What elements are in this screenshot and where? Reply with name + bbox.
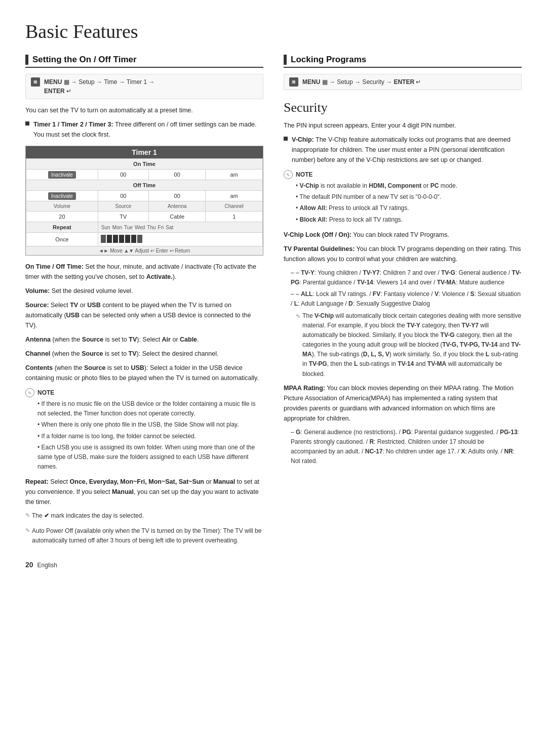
repeat-val: Once (26, 233, 98, 246)
repeat-label: Repeat (26, 222, 98, 233)
note-bullet-1: If there is no music file on the USB dev… (37, 399, 263, 418)
note-bullet-r1: V-Chip is not available in HDMI, Compone… (296, 181, 522, 191)
note-icon-left: ✎ (25, 388, 34, 397)
page-language: English (37, 562, 57, 569)
days-row: SunMonTueWedThuFriSat (98, 222, 262, 233)
menu-icon-right: ▦ (289, 77, 298, 87)
right-column: Locking Programs ▦ MENU ▦ → Setup → Secu… (284, 55, 522, 545)
volume-label: Volume (26, 201, 98, 212)
intro-text: You can set the TV to turn on automatica… (25, 105, 263, 115)
on-time-h: 00 (98, 170, 148, 180)
timer-footer: ◄► Move ▲▼ Adjust ↵ Enter ↩ Return (26, 246, 263, 255)
left-section-title: Setting the On / Off Timer (32, 55, 137, 65)
left-column: Setting the On / Off Timer ▦ MENU ▦ → Se… (25, 55, 263, 545)
timer-table: On Time Inactivate 00 00 am Off Time Ina… (26, 158, 263, 246)
auto-power-note: ✎ Auto Power Off (available only when th… (25, 526, 263, 545)
inactivate-on: Inactivate (26, 170, 98, 180)
tv-ratings-2: – ALL: Lock all TV ratings. / FV: Fantas… (291, 289, 522, 309)
off-time-label: Off Time (26, 180, 263, 191)
volume-desc: Volume: Set the desired volume level. (25, 286, 263, 296)
check-mark-note: ✎ The ✔ mark indicates the day is select… (25, 511, 263, 521)
right-section-header: Locking Programs (284, 55, 522, 68)
note-header-right: ✎ NOTE (284, 170, 522, 179)
source-label: Source (98, 201, 148, 212)
note-label-right: NOTE (296, 171, 312, 178)
right-menu-path: ▦ MENU ▦ → Setup → Security → ENTER ↵ (284, 74, 522, 90)
main-title: Basic Features (25, 20, 522, 43)
timer-ui-box: Timer 1 On Time Inactivate 00 00 am Off … (25, 146, 263, 256)
note-bullet-r3: Allow All: Press to unlock all TV rating… (296, 203, 522, 213)
repeat-desc: Repeat: Select Once, Everyday, Mon~Fri, … (25, 477, 263, 507)
note-bullet-r4: Block All: Press to lock all TV ratings. (296, 215, 522, 225)
note-bullets-right: V-Chip is not available in HDMI, Compone… (284, 181, 522, 225)
source-desc: Source: Select TV or USB content to be p… (25, 300, 263, 330)
channel-desc: Channel (when the Source is set to TV): … (25, 349, 263, 359)
pencil-icon-vchip: ✎ (296, 312, 300, 321)
antenna-val: Cable (148, 212, 206, 222)
bullet-square-vchip (284, 137, 288, 141)
off-time-h: 00 (98, 191, 148, 201)
mpaa-ratings: – G: General audience (no restrictions).… (291, 428, 522, 467)
note-label-left: NOTE (37, 389, 54, 396)
bullet-square-1 (25, 121, 29, 125)
on-off-time-desc: On Time / Off Time: Set the hour, minute… (25, 262, 263, 282)
left-section-header: Setting the On / Off Timer (25, 55, 263, 68)
timer-bullet-text: Timer 1 / Timer 2 / Timer 3: Three diffe… (33, 119, 263, 140)
vchip-note: ✎ The V-Chip will automatically block ce… (296, 311, 522, 379)
timer-bullet: Timer 1 / Timer 2 / Timer 3: Three diffe… (25, 119, 263, 140)
note-bullet-2: When there is only one photo file in the… (37, 420, 263, 430)
antenna-label: Antenna (148, 201, 206, 212)
vchip-note-text: The V-Chip will automatically block cert… (302, 311, 522, 379)
menu-icon-left: ▦ (31, 77, 40, 87)
note-section-right: ✎ NOTE V-Chip is not available in HDMI, … (284, 170, 522, 225)
inactivate-off: Inactivate (26, 191, 98, 201)
off-time-m: 00 (148, 191, 206, 201)
security-intro: The PIN input screen appears, Enter your… (284, 120, 522, 131)
right-section-title: Locking Programs (291, 55, 366, 65)
section-bar-left (25, 55, 28, 65)
note-bullets-left: If there is no music file on the USB dev… (25, 399, 263, 472)
left-menu-text: MENU ▦ → Setup → Time → Timer 1 →ENTER ↵ (44, 77, 154, 96)
contents-desc: Contents (when the Source is set to USB)… (25, 363, 263, 383)
source-val: TV (98, 212, 148, 222)
page-number: 20 (25, 561, 33, 569)
on-time-ampm: am (206, 170, 263, 180)
page-number-area: 20 English (25, 561, 522, 569)
tv-parental-desc: TV Parental Guidelines: You can block TV… (284, 244, 522, 264)
note-bullet-4: Each USB you use is assigned its own fol… (37, 443, 263, 472)
vchip-bullet-text: V-Chip: The V-Chip feature automatically… (292, 135, 522, 165)
day-blocks (98, 233, 262, 246)
note-bullet-3: If a folder name is too long, the folder… (37, 432, 263, 441)
note-bullet-r2: The default PIN number of a new TV set i… (296, 192, 522, 202)
off-time-ampm: am (206, 191, 263, 201)
right-menu-text: MENU ▦ → Setup → Security → ENTER ↵ (302, 77, 421, 87)
security-title: Security (284, 100, 522, 115)
channel-label: Channel (206, 201, 263, 212)
note-icon-right: ✎ (284, 170, 293, 179)
on-time-label: On Time (26, 159, 263, 170)
vchip-bullet: V-Chip: The V-Chip feature automatically… (284, 135, 522, 165)
note-section-left: ✎ NOTE If there is no music file on the … (25, 388, 263, 472)
channel-val: 1 (206, 212, 263, 222)
on-time-m: 00 (148, 170, 206, 180)
tv-ratings-1: – TV-Y: Young children / TV-Y7: Children… (291, 268, 522, 287)
left-menu-path: ▦ MENU ▦ → Setup → Time → Timer 1 →ENTER… (25, 74, 263, 99)
volume-val: 20 (26, 212, 98, 222)
timer-title: Timer 1 (26, 146, 263, 158)
mpaa-desc: MPAA Rating: You can block movies depend… (284, 383, 522, 424)
section-bar-right (284, 55, 287, 65)
note-header-left: ✎ NOTE (25, 388, 263, 397)
antenna-desc: Antenna (when the Source is set to TV): … (25, 334, 263, 345)
vchip-lock-desc: V-Chip Lock (Off / On): You can block ra… (284, 230, 522, 240)
